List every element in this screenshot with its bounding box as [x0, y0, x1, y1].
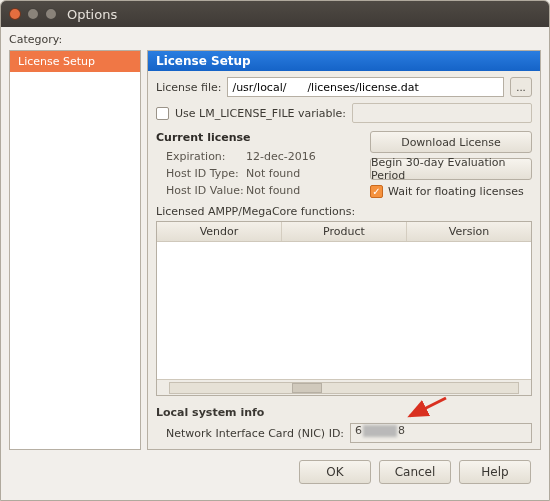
sidebar-item-label: License Setup [18, 55, 95, 68]
lm-license-row: Use LM_LICENSE_FILE variable: [156, 103, 532, 123]
current-license-heading: Current license [156, 131, 360, 144]
expiration-label: Expiration: [156, 148, 246, 165]
hostid-value-value: Not found [246, 182, 300, 199]
hostid-type-label: Host ID Type: [156, 165, 246, 182]
col-version[interactable]: Version [407, 222, 531, 241]
use-lm-license-checkbox[interactable] [156, 107, 169, 120]
wait-floating-checkbox[interactable] [370, 185, 383, 198]
expiration-row: Expiration: 12-dec-2016 [156, 148, 360, 165]
sidebar-item-license-setup[interactable]: License Setup [10, 51, 140, 72]
license-file-label: License file: [156, 81, 221, 94]
begin-evaluation-button[interactable]: Begin 30-day Evaluation Period [370, 158, 532, 180]
titlebar: Options [1, 1, 549, 27]
dialog-footer: OK Cancel Help [9, 454, 541, 492]
license-file-row: License file: ... [156, 77, 532, 97]
hostid-type-row: Host ID Type: Not found [156, 165, 360, 182]
wait-floating-label: Wait for floating licenses [388, 185, 524, 198]
scrollbar-thumb[interactable] [292, 383, 322, 393]
category-label: Category: [9, 33, 541, 46]
wait-floating-row: Wait for floating licenses [370, 185, 532, 198]
horizontal-scrollbar[interactable] [157, 379, 531, 395]
functions-label: Licensed AMPP/MegaCore functions: [156, 205, 532, 218]
hostid-type-value: Not found [246, 165, 300, 182]
functions-section: Licensed AMPP/MegaCore functions: Vendor… [156, 205, 532, 396]
col-vendor[interactable]: Vendor [157, 222, 282, 241]
use-lm-license-label: Use LM_LICENSE_FILE variable: [175, 107, 346, 120]
local-system-info: Local system info Network Interface Card… [156, 402, 532, 443]
download-license-button[interactable]: Download License [370, 131, 532, 153]
col-product[interactable]: Product [282, 222, 407, 241]
panel-title: License Setup [148, 51, 540, 71]
nic-row: Network Interface Card (NIC) ID: 68 [156, 423, 532, 443]
current-license-details: Current license Expiration: 12-dec-2016 … [156, 129, 360, 199]
current-license-section: Current license Expiration: 12-dec-2016 … [156, 129, 532, 199]
browse-button[interactable]: ... [510, 77, 532, 97]
license-actions: Download License Begin 30-day Evaluation… [370, 129, 532, 199]
close-icon[interactable] [9, 8, 21, 20]
scrollbar-track[interactable] [169, 382, 519, 394]
window-title: Options [67, 7, 117, 22]
category-sidebar: License Setup [9, 50, 141, 450]
panel-body: License file: ... Use LM_LICENSE_FILE va… [148, 71, 540, 449]
content-area: Category: License Setup License Setup Li… [1, 27, 549, 500]
hostid-value-label: Host ID Value: [156, 182, 246, 199]
main-row: License Setup License Setup License file… [9, 50, 541, 450]
functions-table: Vendor Product Version [156, 221, 532, 396]
local-sysinfo-heading: Local system info [156, 406, 532, 419]
table-body [157, 242, 531, 379]
nic-value-prefix: 6 [355, 424, 362, 437]
lm-license-value-field [352, 103, 532, 123]
hostid-value-row: Host ID Value: Not found [156, 182, 360, 199]
minimize-icon[interactable] [27, 8, 39, 20]
table-header: Vendor Product Version [157, 222, 531, 242]
cancel-button[interactable]: Cancel [379, 460, 451, 484]
expiration-value: 12-dec-2016 [246, 148, 316, 165]
license-setup-panel: License Setup License file: ... Use LM_L… [147, 50, 541, 450]
maximize-icon[interactable] [45, 8, 57, 20]
license-file-input[interactable] [227, 77, 504, 97]
options-window: Options Category: License Setup License … [0, 0, 550, 501]
nic-value-redacted [363, 425, 397, 437]
ok-button[interactable]: OK [299, 460, 371, 484]
nic-id-field[interactable]: 68 [350, 423, 532, 443]
help-button[interactable]: Help [459, 460, 531, 484]
nic-value-suffix: 8 [398, 424, 405, 437]
nic-label: Network Interface Card (NIC) ID: [166, 427, 344, 440]
